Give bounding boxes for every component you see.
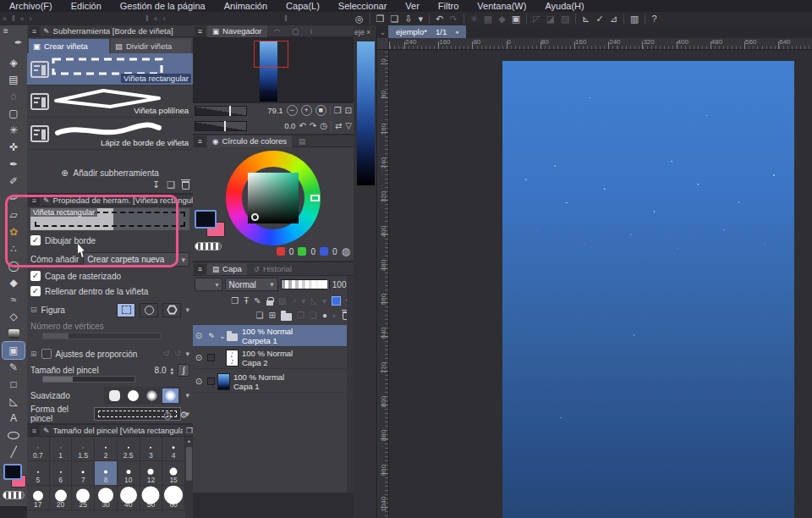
tool-correction[interactable]: ✎ [3, 359, 25, 376]
raster-layer-checkbox[interactable]: ✓ [30, 271, 41, 281]
brush-size-7[interactable]: 7 [72, 461, 95, 486]
menu-item[interactable]: Ayuda(H) [545, 1, 584, 11]
proportion-checkbox[interactable] [41, 349, 52, 359]
tab-circulo-colores[interactable]: ◉ Círculo de colores [207, 135, 292, 147]
layer-thumbnail[interactable] [217, 373, 230, 390]
tool-eraser-soft[interactable]: ▱ [3, 207, 25, 223]
fill-icon[interactable]: ▨ [561, 12, 569, 25]
zoom-slider[interactable] [195, 106, 247, 116]
open-file-icon[interactable]: ❏ [390, 12, 398, 25]
register-settings-icon[interactable]: ◷ [164, 410, 173, 421]
reset-view-icon[interactable]: ▽ [345, 121, 352, 130]
menu-item[interactable]: Edición [71, 1, 102, 11]
draft-layer-icon[interactable]: ✎ [254, 297, 261, 306]
panel-menu-icon[interactable]: ≡ [29, 196, 40, 206]
enable-ruler-icon[interactable]: ◔ [291, 297, 296, 306]
transparent-color-swatch[interactable] [3, 491, 25, 499]
brush-size-5[interactable]: 5 [27, 461, 50, 486]
fit-window-icon[interactable]: ⊡ [345, 106, 352, 115]
draw-border-row[interactable]: ✓ Dibujar borde [30, 235, 189, 245]
how-to-add-dropdown[interactable]: Crear carpeta nueva ▾ [83, 252, 189, 267]
brush-size-15[interactable]: 15 [162, 461, 185, 486]
brush-size-1[interactable]: 1 [50, 437, 73, 461]
merge-layer-icon[interactable]: ❑ [310, 311, 317, 320]
brush-size-2[interactable]: 2 [95, 437, 118, 461]
tool-zoom[interactable]: ◯ [3, 257, 25, 274]
collapse-icon[interactable]: « [3, 14, 7, 23]
navigator-view-rectangle[interactable] [254, 41, 288, 68]
raster-layer-row[interactable]: ✓ Capa de rasterizado [30, 271, 189, 281]
subtool-item-vineta-rectangular[interactable]: Viñeta rectangular [27, 53, 193, 85]
delete-subtool-icon[interactable] [182, 181, 189, 190]
docked-view-thumbnail[interactable] [357, 41, 375, 185]
rotate-left-icon[interactable]: ↶ [299, 121, 305, 130]
transfer-layer-icon[interactable]: ❐ [297, 311, 304, 320]
onion-skin-icon[interactable]: ▥ [630, 12, 639, 25]
layer-name[interactable]: Capa 1 [233, 382, 284, 391]
menu-item[interactable]: Seleccionar [338, 1, 387, 11]
close-icon[interactable]: × [366, 28, 370, 36]
tab-information[interactable]: i [305, 25, 317, 37]
new-layer-dialog-icon[interactable]: ⊞ [269, 311, 276, 320]
duplicate-subtool-icon[interactable]: ❑ [167, 179, 175, 190]
menu-item[interactable]: Capa(L) [286, 1, 320, 11]
brush-size-60[interactable]: 60 [162, 486, 185, 510]
deselect-icon[interactable]: ✳ [470, 12, 478, 25]
menu-item[interactable]: Ventana(W) [477, 1, 526, 11]
tool-marquee[interactable]: ▢ [3, 105, 25, 122]
brush-size-30[interactable]: 30 [95, 486, 118, 510]
tab-dividir-vineta[interactable]: ▤ Dividir viñeta [111, 39, 191, 53]
brush-size-10[interactable]: 10 [118, 461, 140, 486]
plus-box-icon[interactable]: ⊞ [30, 350, 37, 358]
brush-size-25[interactable]: 25 [72, 486, 95, 510]
brush-size-8[interactable]: 8 [95, 461, 118, 486]
spinner[interactable]: ▴ ▾ [170, 366, 173, 375]
menu-item[interactable]: Gestión de la página [120, 1, 206, 11]
layer-scrollbar[interactable] [347, 276, 354, 493]
chevron-down-icon[interactable]: ⌄ [377, 28, 388, 36]
scrollbar-thumb[interactable] [186, 447, 192, 481]
crop-icon[interactable]: ▣ [512, 12, 520, 25]
palette-dropdown[interactable]: ▾ [195, 278, 222, 291]
zoom-in-button[interactable]: + [301, 105, 312, 116]
tool-layer-selection[interactable]: ▤ [3, 71, 25, 88]
clear-outside-icon[interactable]: ◪ [546, 12, 555, 25]
tab-navegador[interactable]: ▣ Navegador [207, 25, 267, 37]
menu-item[interactable]: Archivo(F) [9, 1, 52, 11]
tab-crear-vineta[interactable]: ▣ Crear viñeta [29, 39, 109, 53]
layer-thumbnail[interactable] [226, 350, 239, 366]
ruler-chevron-icon[interactable]: ▾ [322, 297, 326, 306]
pen-pressure-button[interactable]: ∫ [178, 364, 189, 377]
panel-dock-icon[interactable]: ❐ [186, 427, 193, 435]
clear-icon[interactable]: ◸ [533, 12, 540, 25]
visibility-eye-icon[interactable]: ⊙ [193, 353, 205, 362]
layer-row-capa-1[interactable]: ⊙ 100 % Normal Capa 1 [193, 371, 347, 393]
invert-selection-icon[interactable]: ◆ [498, 12, 505, 25]
layer-row-capa-2[interactable]: ⊙ 100 % Normal Capa 2 [193, 347, 347, 369]
tool-lasso[interactable]: ◌ [3, 88, 25, 105]
collapse-icon[interactable]: « [154, 14, 158, 23]
tab-color-sliders[interactable]: ▤ [294, 135, 310, 147]
figure-rectangle-button[interactable] [117, 303, 135, 317]
brush-size-17[interactable]: 17 [27, 486, 50, 510]
layer-checkbox[interactable] [207, 377, 215, 385]
layer-row-carpeta-1[interactable]: ⊙ ✎ ⌄ 100 % Normal Carpeta 1 [193, 325, 347, 347]
zoom-out-button[interactable]: − [287, 105, 298, 116]
foreground-color-swatch[interactable] [195, 210, 217, 229]
mask-view-icon[interactable]: ◐ [332, 311, 337, 320]
brush-size-4[interactable]: 4 [162, 437, 185, 461]
menu-item[interactable]: Ver [405, 1, 420, 11]
dock-collapse-buttons[interactable]: ‖ « ‹ [145, 12, 166, 25]
ruler-options-icon[interactable]: ▾ [301, 297, 305, 306]
brush-size-40[interactable]: 40 [118, 486, 140, 510]
transparent-color-swatch[interactable] [195, 242, 222, 251]
chevron-down-icon[interactable]: ▾ [185, 306, 189, 314]
brush-size-0.7[interactable]: 0.7 [27, 437, 50, 461]
tool-marker[interactable]: ✏ [3, 190, 25, 207]
tool-figure[interactable]: □ [3, 376, 25, 393]
tool-gradient[interactable] [3, 325, 25, 342]
reference-layer-icon[interactable]: Ŧ [244, 297, 249, 306]
tool-fill-bucket[interactable]: ◆ [3, 274, 25, 291]
tool-auto-select[interactable]: ✳ [3, 122, 25, 139]
subtool-item-lapiz-borde[interactable]: Lápiz de borde de viñeta [27, 118, 193, 150]
